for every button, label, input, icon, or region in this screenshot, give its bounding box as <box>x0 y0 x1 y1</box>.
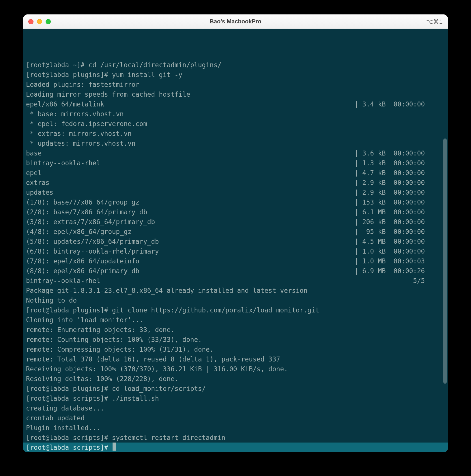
terminal-line: [root@labda scripts]# systemctl restart … <box>23 433 448 443</box>
line-right-text: | 1.3 kB 00:00:00 <box>354 158 445 168</box>
terminal-line: crontab updated <box>23 413 448 423</box>
line-text: Loading mirror speeds from cached hostfi… <box>26 89 190 99</box>
line-text: [root@labda scripts]# systemctl restart … <box>26 433 225 443</box>
terminal-line: * epel: fedora.ipserverone.com <box>23 119 448 129</box>
terminal-line: Loaded plugins: fastestmirror <box>23 80 448 89</box>
line-right-text: | 3.6 kB 00:00:00 <box>354 148 445 158</box>
terminal-line: Receiving objects: 100% (370/370), 336.2… <box>23 364 448 374</box>
terminal-line: remote: Compressing objects: 100% (31/31… <box>23 344 448 354</box>
terminal-line: [root@labda scripts]# <box>23 443 448 452</box>
line-right-text: | 4.7 kB 00:00:00 <box>354 168 445 178</box>
terminal-line: epel/x86_64/metalink| 3.4 kB 00:00:00 <box>23 99 448 109</box>
terminal-line: [root@labda plugins]# git clone https://… <box>23 305 448 315</box>
line-right-text: | 6.9 MB 00:00:26 <box>354 266 445 276</box>
shortcut-indicator: ⌥⌘1 <box>426 18 443 25</box>
line-text: bintray--ookla-rhel <box>26 276 100 286</box>
line-text: bintray--ookla-rhel <box>26 158 100 168</box>
line-text: extras <box>26 178 49 188</box>
terminal-line: base| 3.6 kB 00:00:00 <box>23 148 448 158</box>
terminal-line: remote: Total 370 (delta 16), reused 8 (… <box>23 354 448 364</box>
terminal-line: (7/8): epel/x86_64/updateinfo| 1.0 MB 00… <box>23 256 448 266</box>
line-text: Cloning into 'load_monitor'... <box>26 315 143 325</box>
line-text: (2/8): base/7/x86_64/primary_db <box>26 207 147 217</box>
line-text: Loaded plugins: fastestmirror <box>26 80 139 89</box>
line-text: [root@labda plugins]# yum install git -y <box>26 70 182 80</box>
line-text: [root@labda scripts]# ./install.sh <box>26 393 159 403</box>
line-text: [root@labda plugins]# git clone https://… <box>26 305 319 315</box>
terminal-line: (5/8): updates/7/x86_64/primary_db| 4.5 … <box>23 237 448 246</box>
terminal-line: (1/8): base/7/x86_64/group_gz| 153 kB 00… <box>23 197 448 207</box>
line-right-text: | 4.5 MB 00:00:00 <box>354 237 445 246</box>
line-text: remote: Total 370 (delta 16), reused 8 (… <box>26 354 280 364</box>
terminal-line: Nothing to do <box>23 295 448 305</box>
terminal-line: (3/8): extras/7/x86_64/primary_db| 206 k… <box>23 217 448 227</box>
line-text: remote: Compressing objects: 100% (31/31… <box>26 344 214 354</box>
line-right-text: | 1.0 kB 00:00:00 <box>354 246 445 256</box>
terminal-line: remote: Counting objects: 100% (33/33), … <box>23 335 448 344</box>
terminal-window: Bao's MacbookPro ⌥⌘1 [root@labda ~]# cd … <box>23 14 448 452</box>
titlebar[interactable]: Bao's MacbookPro ⌥⌘1 <box>23 14 448 29</box>
line-right-text: | 206 kB 00:00:00 <box>354 217 445 227</box>
line-text: * updates: mirrors.vhost.vn <box>26 138 135 148</box>
terminal-line: bintray--ookla-rhel5/5 <box>23 276 448 286</box>
line-text: [root@labda scripts]# <box>26 443 112 452</box>
terminal-line: remote: Enumerating objects: 33, done. <box>23 325 448 335</box>
terminal-line: * base: mirrors.vhost.vn <box>23 109 448 119</box>
line-text: (7/8): epel/x86_64/updateinfo <box>26 256 139 266</box>
terminal-line: [root@labda plugins]# yum install git -y <box>23 70 448 80</box>
terminal-line: * updates: mirrors.vhost.vn <box>23 138 448 148</box>
line-text: Package git-1.8.3.1-23.el7_8.x86_64 alre… <box>26 286 307 295</box>
terminal-line: Resolving deltas: 100% (228/228), done. <box>23 374 448 384</box>
window-title: Bao's MacbookPro <box>23 18 448 25</box>
line-text: Resolving deltas: 100% (228/228), done. <box>26 374 178 384</box>
terminal-line: Loading mirror speeds from cached hostfi… <box>23 89 448 99</box>
line-text: updates <box>26 188 53 197</box>
terminal-line: [root@labda scripts]# ./install.sh <box>23 393 448 403</box>
line-text: (5/8): updates/7/x86_64/primary_db <box>26 237 159 246</box>
terminal-line: creating database... <box>23 403 448 413</box>
terminal-line: (8/8): epel/x86_64/primary_db| 6.9 MB 00… <box>23 266 448 276</box>
terminal-line: bintray--ookla-rhel| 1.3 kB 00:00:00 <box>23 158 448 168</box>
line-text: * epel: fedora.ipserverone.com <box>26 119 147 129</box>
terminal-line: [root@labda plugins]# cd load_monitor/sc… <box>23 384 448 393</box>
maximize-button[interactable] <box>46 19 51 24</box>
terminal-line: extras| 2.9 kB 00:00:00 <box>23 178 448 188</box>
terminal-line: (2/8): base/7/x86_64/primary_db| 6.1 MB … <box>23 207 448 217</box>
line-text: (4/8): epel/x86_64/group_gz <box>26 227 132 237</box>
terminal-line: Package git-1.8.3.1-23.el7_8.x86_64 alre… <box>23 286 448 295</box>
line-text: Receiving objects: 100% (370/370), 336.2… <box>26 364 288 374</box>
line-text: (6/8): bintray--ookla-rhel/primary <box>26 246 159 256</box>
terminal-body[interactable]: [root@labda ~]# cd /usr/local/directadmi… <box>23 29 448 452</box>
line-right-text: | 153 kB 00:00:00 <box>354 197 445 207</box>
line-text: creating database... <box>26 403 104 413</box>
terminal-line: (6/8): bintray--ookla-rhel/primary| 1.0 … <box>23 246 448 256</box>
line-text: [root@labda plugins]# cd load_monitor/sc… <box>26 384 206 393</box>
terminal-line: [root@labda ~]# cd /usr/local/directadmi… <box>23 60 448 70</box>
line-right-text: | 3.4 kB 00:00:00 <box>354 99 445 109</box>
scrollbar[interactable] <box>443 138 447 384</box>
line-text: Nothing to do <box>26 295 77 305</box>
minimize-button[interactable] <box>37 19 42 24</box>
line-text: [root@labda ~]# cd /usr/local/directadmi… <box>26 60 221 70</box>
line-text: (3/8): extras/7/x86_64/primary_db <box>26 217 155 227</box>
terminal-line: updates| 2.9 kB 00:00:00 <box>23 188 448 197</box>
line-text: * extras: mirrors.vhost.vn <box>26 129 132 138</box>
line-text: Plugin installed... <box>26 423 100 433</box>
line-text: (8/8): epel/x86_64/primary_db <box>26 266 139 276</box>
terminal-line: Cloning into 'load_monitor'... <box>23 315 448 325</box>
line-right-text: | 1.0 MB 00:00:03 <box>354 256 445 266</box>
line-text: base <box>26 148 42 158</box>
cursor <box>113 443 116 451</box>
traffic-lights <box>28 19 51 24</box>
terminal-line: (4/8): epel/x86_64/group_gz| 95 kB 00:00… <box>23 227 448 237</box>
line-text: remote: Enumerating objects: 33, done. <box>26 325 175 335</box>
terminal-line: Plugin installed... <box>23 423 448 433</box>
terminal-line: * extras: mirrors.vhost.vn <box>23 129 448 138</box>
line-right-text: 5/5 <box>413 276 445 286</box>
terminal-line: epel| 4.7 kB 00:00:00 <box>23 168 448 178</box>
line-text: epel <box>26 168 42 178</box>
line-text: (1/8): base/7/x86_64/group_gz <box>26 197 139 207</box>
line-text: remote: Counting objects: 100% (33/33), … <box>26 335 202 344</box>
line-right-text: | 6.1 MB 00:00:00 <box>354 207 445 217</box>
close-button[interactable] <box>28 19 33 24</box>
